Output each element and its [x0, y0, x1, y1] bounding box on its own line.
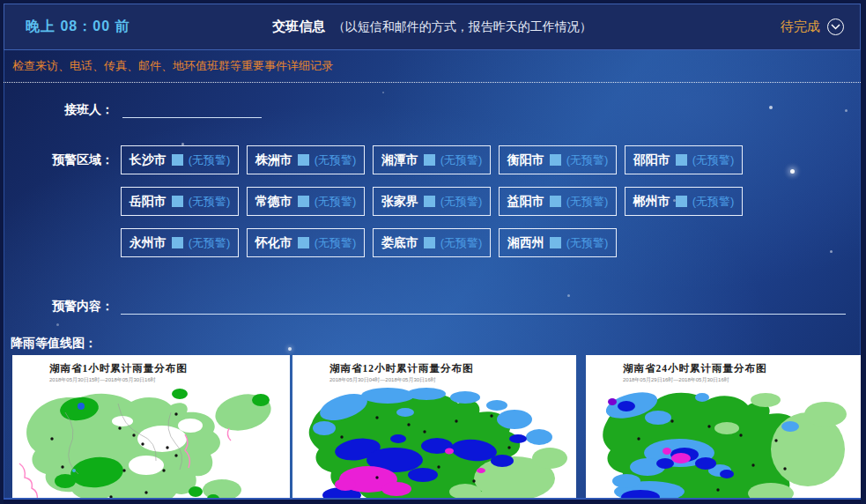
no-warning-label: (无预警) [440, 235, 483, 251]
city-box-loudi: 娄底市 (无预警) [373, 228, 491, 257]
city-box-yiyang: 益阳市 (无预警) [499, 187, 617, 216]
no-warning-label: (无预警) [315, 235, 357, 251]
rainfall-map-24h-panel: 湖南省24小时累计雨量分布图 2018年05月29日16时—2018年05月30… [586, 355, 862, 501]
city-box-chenzhou: 郴州市 (无预警) [625, 187, 743, 216]
no-warning-label: (无预警) [692, 194, 735, 210]
city-name: 怀化市 [255, 235, 292, 251]
city-checkbox[interactable] [424, 237, 435, 248]
warning-area-row: 预警区域： 长沙市 (无预警) 株洲市 (无预警) 湘潭市 (无预警) [4, 145, 743, 257]
no-warning-label: (无预警) [440, 194, 483, 210]
map-title: 湖南省1小时累计雨量分布图 [49, 362, 290, 375]
corner-bracket-top-right [853, 2, 864, 13]
rainfall-map-1h-panel: 湖南省1小时累计雨量分布图 2018年05月30日15时—2018年05月30日… [12, 355, 290, 501]
rainfall-map-1h-image [12, 386, 290, 501]
warning-content-input[interactable] [121, 297, 846, 315]
no-warning-label: (无预警) [566, 152, 609, 168]
no-warning-label: (无预警) [315, 194, 357, 210]
city-name: 郴州市 [633, 194, 670, 210]
map-subtitle: 2018年05月30日15时—2018年05月30日16时 [49, 376, 290, 384]
city-box-changsha: 长沙市 (无预警) [121, 145, 239, 174]
city-checkbox[interactable] [550, 196, 561, 207]
no-warning-label: (无预警) [566, 235, 609, 251]
header-bar: 晚上 08：00 前 交班信息 （以短信和邮件的方式，报告昨天的工作情况） 待完… [4, 4, 861, 50]
city-box-yueyang: 岳阳市 (无预警) [121, 187, 239, 216]
city-name: 衡阳市 [507, 152, 544, 168]
city-checkbox[interactable] [550, 237, 561, 248]
rainfall-map-12h-panel: 湖南省12小时累计雨量分布图 2018年05月30日04时—2018年05月30… [292, 355, 576, 501]
city-name: 湘潭市 [381, 152, 418, 168]
city-box-yongzhou: 永州市 (无预警) [121, 228, 239, 257]
map-subtitle: 2018年05月29日16时—2018年05月30日16时 [623, 376, 862, 384]
rainfall-map-12h-image [292, 386, 576, 501]
city-name: 娄底市 [381, 235, 418, 251]
warning-content-row: 预警内容： [4, 297, 861, 315]
successor-field-row: 接班人： [4, 100, 262, 118]
city-checkbox[interactable] [676, 196, 687, 207]
corner-bracket-top-left [2, 2, 13, 13]
city-checkbox[interactable] [172, 237, 183, 248]
city-name: 益阳市 [507, 194, 544, 210]
page-subtitle: （以短信和邮件的方式，报告昨天的工作情况） [333, 19, 592, 33]
city-row-3: 永州市 (无预警) 怀化市 (无预警) 娄底市 (无预警) 湘西州 [121, 228, 743, 257]
no-warning-label: (无预警) [566, 194, 609, 210]
map-title: 湖南省24小时累计雨量分布图 [623, 362, 862, 375]
city-box-hengyang: 衡阳市 (无预警) [499, 145, 617, 174]
warning-area-label: 预警区域： [4, 152, 114, 257]
successor-input[interactable] [122, 100, 262, 118]
city-name: 株洲市 [255, 152, 292, 168]
city-checkbox[interactable] [298, 237, 309, 248]
city-checkbox[interactable] [172, 154, 183, 166]
city-checkbox[interactable] [298, 196, 309, 207]
no-warning-label: (无预警) [189, 152, 231, 168]
bottom-frame-bar [0, 498, 866, 504]
city-name: 长沙市 [130, 152, 167, 168]
warning-content-label: 预警内容： [4, 299, 114, 315]
city-box-zhuzhou: 株洲市 (无预警) [247, 145, 365, 174]
city-checkbox[interactable] [424, 196, 435, 207]
shift-handover-panel: 晚上 08：00 前 交班信息 （以短信和邮件的方式，报告昨天的工作情况） 待完… [0, 0, 866, 504]
city-name: 邵阳市 [633, 152, 670, 168]
map-subtitle: 2018年05月30日04时—2018年05月30日16时 [329, 376, 576, 384]
no-warning-label: (无预警) [189, 235, 231, 251]
notice-text: 检查来访、电话、传真、邮件、地环值班群等重要事件详细记录 [12, 58, 852, 74]
city-box-huaihua: 怀化市 (无预警) [247, 228, 365, 257]
city-box-xiangtan: 湘潭市 (无预警) [373, 145, 491, 174]
header-title-group: 交班信息 （以短信和邮件的方式，报告昨天的工作情况） [4, 19, 860, 35]
city-name: 张家界 [381, 194, 418, 210]
map-title: 湖南省12小时累计雨量分布图 [329, 362, 576, 375]
no-warning-label: (无预警) [440, 152, 483, 168]
city-grid: 长沙市 (无预警) 株洲市 (无预警) 湘潭市 (无预警) 衡阳市 [121, 145, 743, 257]
city-checkbox[interactable] [676, 154, 687, 166]
city-box-zhangjiajie: 张家界 (无预警) [373, 187, 491, 216]
successor-label: 接班人： [4, 102, 114, 118]
no-warning-label: (无预警) [692, 152, 735, 168]
no-warning-label: (无预警) [189, 194, 231, 210]
city-name: 常德市 [255, 194, 292, 210]
city-name: 湘西州 [507, 235, 544, 251]
rainfall-maps-label: 降雨等值线图： [11, 336, 97, 352]
city-checkbox[interactable] [298, 154, 309, 166]
city-checkbox[interactable] [424, 154, 435, 166]
city-row-2: 岳阳市 (无预警) 常德市 (无预警) 张家界 (无预警) 益阳市 [121, 187, 743, 216]
page-title: 交班信息 [272, 19, 325, 33]
city-row-1: 长沙市 (无预警) 株洲市 (无预警) 湘潭市 (无预警) 衡阳市 [121, 145, 743, 174]
city-box-changde: 常德市 (无预警) [247, 187, 365, 216]
city-box-xiangxi: 湘西州 (无预警) [499, 228, 617, 257]
rainfall-map-24h-image [586, 386, 862, 501]
dotted-divider [4, 82, 861, 83]
rainfall-maps-row: 湖南省1小时累计雨量分布图 2018年05月30日15时—2018年05月30日… [4, 355, 861, 501]
city-checkbox[interactable] [172, 196, 183, 207]
city-name: 岳阳市 [130, 194, 167, 210]
city-name: 永州市 [130, 235, 167, 251]
no-warning-label: (无预警) [315, 152, 357, 168]
city-box-shaoyang: 邵阳市 (无预警) [625, 145, 743, 174]
city-checkbox[interactable] [550, 154, 561, 166]
